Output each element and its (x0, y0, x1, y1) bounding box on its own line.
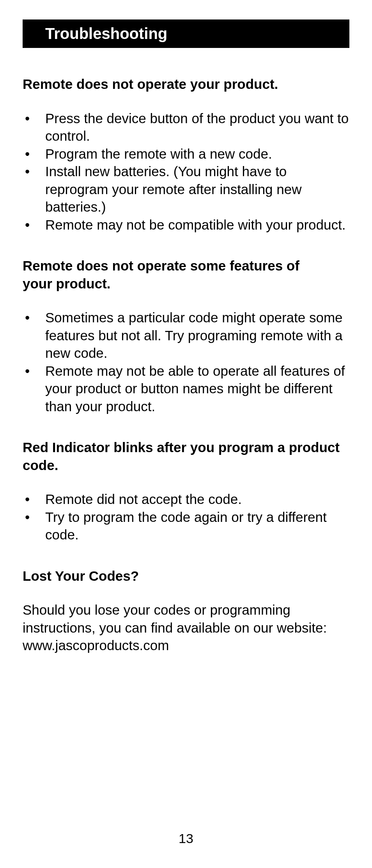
page-content: Troubleshooting Remote does not operate … (0, 0, 372, 654)
issue-heading: Remote does not operate your product. (23, 75, 349, 93)
list-item: Sometimes a particular code might operat… (23, 309, 349, 362)
issue-bullets: Sometimes a particular code might operat… (23, 309, 349, 415)
page-number: 13 (0, 831, 372, 846)
section-title-bar: Troubleshooting (23, 19, 349, 48)
list-item: Press the device button of the product y… (23, 110, 349, 145)
list-item: Remote may not be able to operate all fe… (23, 362, 349, 415)
issue-heading: Remote does not operate some features of… (23, 257, 349, 292)
issue-heading: Red Indicator blinks after you program a… (23, 438, 349, 474)
list-item: Install new batteries. (You might have t… (23, 163, 349, 216)
issue-bullets: Remote did not accept the code. Try to p… (23, 490, 349, 544)
lost-codes-body: Should you lose your codes or programmin… (23, 601, 349, 654)
list-item: Remote may not be compatible with your p… (23, 216, 349, 234)
lost-codes-heading: Lost Your Codes? (23, 567, 349, 585)
list-item: Try to program the code again or try a d… (23, 508, 349, 544)
section-title: Troubleshooting (45, 25, 167, 42)
list-item: Remote did not accept the code. (23, 490, 349, 508)
list-item: Program the remote with a new code. (23, 145, 349, 163)
issue-bullets: Press the device button of the product y… (23, 110, 349, 234)
